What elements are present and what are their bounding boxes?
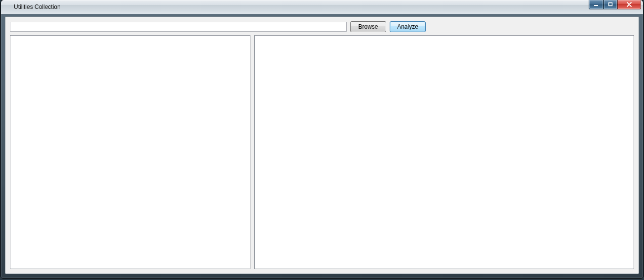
main-panels (10, 35, 634, 269)
minimize-icon (594, 2, 599, 7)
app-window: Utilities Collection Browse (1, 0, 643, 278)
maximize-button[interactable] (604, 0, 617, 9)
client-area: Browse Analyze (5, 16, 639, 274)
minimize-button[interactable] (589, 0, 604, 9)
left-panel (10, 35, 250, 269)
maximize-icon (608, 2, 613, 7)
browse-button[interactable]: Browse (350, 21, 386, 32)
app-icon (1, 0, 13, 14)
svg-rect-0 (594, 5, 598, 6)
window-controls (589, 0, 641, 10)
close-button[interactable] (617, 0, 641, 9)
close-icon (626, 2, 632, 7)
svg-rect-1 (609, 3, 612, 6)
analyze-button[interactable]: Analyze (390, 21, 426, 32)
path-input[interactable] (10, 22, 347, 32)
window-title: Utilities Collection (14, 0, 61, 14)
toolbar: Browse Analyze (10, 20, 634, 33)
title-bar[interactable]: Utilities Collection (1, 0, 643, 14)
right-panel (254, 35, 634, 269)
